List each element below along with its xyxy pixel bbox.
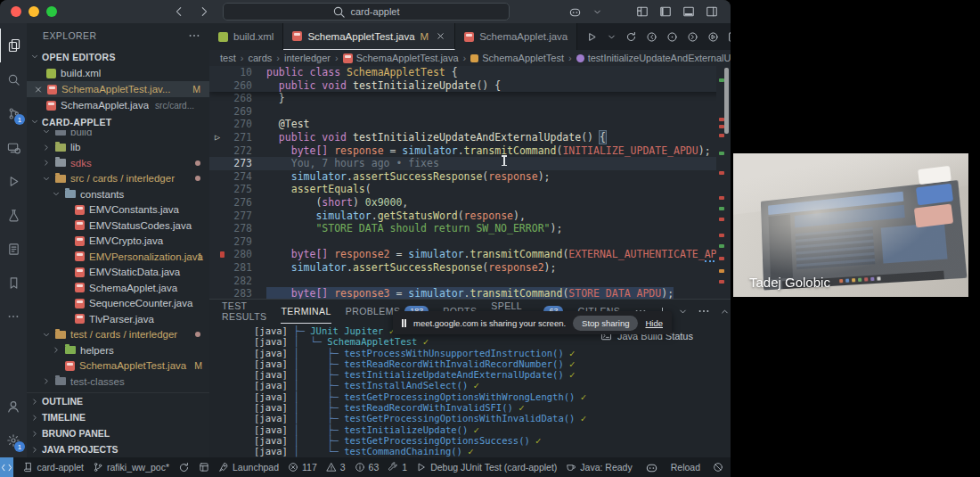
activitybar-source-control[interactable]: 1 — [0, 96, 27, 130]
close-window-button[interactable] — [11, 6, 21, 17]
code-line-281[interactable]: 281 simulator.assertSuccessResponse(resp… — [209, 261, 731, 275]
open-editors-header[interactable]: OPEN EDITORS — [27, 48, 209, 65]
status-branch[interactable]: rafiki_ww_poc* — [93, 462, 169, 473]
code-line-277[interactable]: 277 simulator.getStatusWord(response), — [209, 210, 731, 223]
remote-indicator[interactable] — [0, 457, 13, 477]
breadcrumb-item[interactable]: test — [220, 53, 236, 63]
status-repo[interactable]: card-applet — [22, 462, 84, 473]
breadcrumb-item[interactable]: testInitializeUpdateAndExternalUpdate() — [576, 53, 731, 63]
tree-item[interactable]: TlvParser.java — [27, 311, 209, 327]
tree-item[interactable]: EMVCrypto.java — [27, 234, 209, 250]
status-tasks[interactable]: 1 — [388, 462, 407, 473]
sidebar-section-java-projects[interactable]: JAVA PROJECTS — [27, 441, 209, 457]
panel-tab-terminal[interactable]: TERMINAL — [281, 300, 331, 324]
chevron-down-icon[interactable] — [592, 7, 602, 17]
hide-link[interactable]: Hide — [645, 318, 663, 328]
status-reload[interactable]: Reload — [671, 462, 700, 473]
toggle-secondary-sidebar-icon[interactable] — [706, 5, 718, 18]
command-center-search[interactable]: card-applet — [223, 3, 510, 21]
activitybar-testing[interactable] — [0, 198, 27, 232]
tab-build.xml[interactable]: build.xml — [209, 23, 283, 50]
activitybar-bookmarks[interactable] — [0, 266, 27, 300]
tree-item[interactable]: SchemaApplet.java — [27, 280, 209, 296]
code-line-280[interactable]: 280 byte[] response2 = simulator.transmi… — [209, 248, 731, 261]
open-editor-item[interactable]: build.xml — [27, 65, 209, 81]
activitybar-remote-explorer[interactable] — [0, 130, 27, 164]
breadcrumb-item[interactable]: interledger — [284, 53, 331, 63]
sync-icon[interactable] — [625, 31, 637, 43]
status-launchpad[interactable]: Launchpad — [218, 462, 279, 473]
code-line-268[interactable]: 268 } — [209, 92, 731, 105]
code-line-260[interactable]: 260 public void testInitializeUpdate() { — [209, 79, 731, 93]
close-icon[interactable] — [34, 85, 43, 95]
code-line-271[interactable]: 271▷ public void testInitializeUpdateAnd… — [209, 131, 731, 144]
status-copilot[interactable] — [645, 461, 658, 474]
tree-item[interactable]: build — [27, 130, 209, 140]
activitybar-more[interactable] — [0, 300, 27, 333]
status-infos[interactable]: 63 — [355, 462, 380, 473]
tree-item[interactable]: sdks — [27, 155, 209, 171]
panel-more-icon[interactable] — [698, 305, 710, 317]
breadcrumb-item[interactable]: SchemaAppletTest — [470, 53, 564, 63]
open-editor-item[interactable]: SchemaApplet.javasrc/card... — [27, 97, 209, 113]
tree-item[interactable]: SchemaAppletTest.javaM — [27, 358, 209, 374]
status-java-status[interactable]: Java: Ready — [566, 462, 632, 473]
sidebar-section-outline[interactable]: OUTLINE — [27, 393, 209, 409]
toggle-panel-icon[interactable] — [682, 5, 695, 18]
code-line-272[interactable]: 272 byte[] response = simulator.transmit… — [209, 144, 731, 158]
code-editor[interactable]: 10public class SchemaAppletTest {260 pub… — [209, 66, 731, 299]
tree-item[interactable]: helpers — [27, 342, 209, 358]
code-line-270[interactable]: 270 @Test — [209, 118, 731, 131]
code-line-278[interactable]: 278 "STORE DATA should return SW_NO_ERRO… — [209, 222, 731, 235]
tree-item[interactable]: EMVConstants.java — [27, 202, 209, 218]
code-line-279[interactable]: 279 — [209, 235, 731, 249]
tree-item[interactable]: EMVStaticData.java — [27, 265, 209, 281]
panel-tab-test-results[interactable]: TEST RESULTS — [222, 300, 266, 323]
run-coverage-icon[interactable] — [707, 31, 719, 43]
status-sync[interactable] — [178, 462, 190, 473]
run-test-icon[interactable]: ▷ — [215, 131, 220, 144]
sidebar-section-timeline[interactable]: TIMELINE — [27, 409, 209, 425]
maximize-panel-icon[interactable] — [720, 307, 730, 317]
terminal-dropdown-icon[interactable] — [678, 307, 688, 317]
toggle-sidebar-icon[interactable] — [659, 5, 672, 18]
tree-item[interactable]: test-classes — [27, 374, 209, 390]
zoom-window-button[interactable] — [46, 6, 57, 17]
back-icon[interactable] — [173, 5, 185, 18]
activitybar-run-and-debug[interactable] — [0, 164, 27, 198]
status-gitlens[interactable] — [199, 462, 209, 473]
tree-item[interactable]: src / cards / interledger — [27, 171, 209, 187]
activitybar-accounts[interactable] — [0, 390, 27, 424]
tree-item[interactable]: test / cards / interledger — [27, 327, 209, 343]
terminal-output[interactable]: [java] ├─ JUnit Jupiter ✓[java] │ └─ Sch… — [209, 323, 588, 457]
project-header[interactable]: CARD-APPLET — [27, 113, 209, 130]
breadcrumb-item[interactable]: SchemaAppletTest.java — [343, 53, 459, 63]
close-icon[interactable] — [436, 31, 445, 41]
status-errors[interactable]: 117 — [288, 462, 317, 473]
code-line-273[interactable]: 273 You, 7 hours ago • fixes — [209, 157, 731, 170]
nav-back-icon[interactable] — [646, 31, 657, 43]
minimap[interactable] — [716, 66, 731, 299]
activitybar-search[interactable] — [0, 62, 27, 96]
activitybar-explorer[interactable] — [0, 29, 28, 62]
run-dropdown-icon[interactable] — [607, 32, 617, 42]
open-editor-item[interactable]: SchemaAppletTest.jav...M — [27, 81, 209, 97]
customize-layout-icon[interactable] — [636, 5, 649, 18]
tree-item[interactable]: constants — [27, 186, 209, 202]
code-line-275[interactable]: 275 assertEquals( — [209, 183, 731, 196]
code-line-276[interactable]: 276 (short) 0x9000, — [209, 196, 731, 210]
copilot-icon[interactable] — [568, 5, 582, 19]
minimize-window-button[interactable] — [29, 6, 39, 17]
status-do-not-disturb[interactable] — [713, 462, 723, 473]
code-line-282[interactable]: 282 — [209, 275, 731, 288]
code-line-274[interactable]: 274 simulator.assertSuccessResponse(resp… — [209, 170, 731, 184]
status-debug-task[interactable]: Debug JUnit Test (card-applet) — [416, 462, 557, 473]
nav-forward-icon[interactable] — [687, 31, 698, 43]
tree-item[interactable]: SequenceCounter.java — [27, 296, 209, 312]
breadcrumb-item[interactable]: cards — [248, 53, 272, 63]
tab-SchemaApplet.java[interactable]: SchemaApplet.java — [455, 23, 577, 50]
status-warnings[interactable]: 3 — [326, 462, 346, 473]
tree-item[interactable]: EMVStatusCodes.java — [27, 218, 209, 234]
tree-item[interactable]: lib — [27, 140, 209, 156]
tab-SchemaAppletTest.java[interactable]: SchemaAppletTest.javaM — [283, 23, 455, 50]
